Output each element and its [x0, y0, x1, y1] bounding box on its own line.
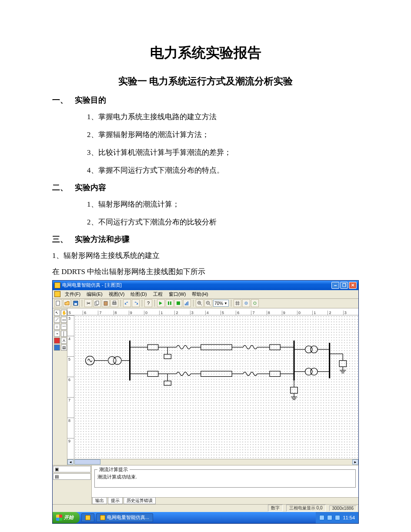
ruler-horizontal: 5678901234567890123	[67, 308, 358, 315]
tb-help-icon[interactable]: ?	[144, 299, 152, 307]
scroll-thumb[interactable]	[74, 459, 100, 465]
section-3-num: 三、	[52, 234, 75, 244]
tb-zoomin-icon[interactable]	[196, 299, 204, 307]
doc-title: 电力系统实验报告	[52, 43, 359, 63]
tool-hand-icon[interactable]: ✋	[61, 310, 67, 316]
output-message: 潮流计算成功结束.	[97, 474, 353, 480]
tool-paint-icon[interactable]: ▤	[61, 345, 67, 351]
quicklaunch-icon	[85, 515, 90, 520]
toolbar: ✂ ? 70%▼	[53, 299, 358, 308]
tb-cut-icon[interactable]: ✂	[84, 299, 92, 307]
bp-side-tab-2[interactable]: ▤	[53, 473, 91, 480]
tb-new-icon[interactable]	[54, 299, 62, 307]
output-tab-3[interactable]: 历史运算错误	[124, 497, 156, 504]
tool-palette: ↖ ✋ ／ ▭ ○ 〰 ⌁ │ A ▤	[53, 308, 67, 465]
tb-stop-icon[interactable]	[174, 299, 182, 307]
app-icon	[54, 282, 60, 288]
tb-gear-icon[interactable]	[242, 299, 250, 307]
menu-draw[interactable]: 绘图(D)	[128, 291, 149, 298]
tb-save-icon[interactable]	[72, 299, 80, 307]
s1-item-3: 3、比较计算机潮流计算与手算潮流的差异；	[87, 145, 359, 160]
window-close-button[interactable]: ✕	[349, 282, 357, 289]
menu-edit[interactable]: 编辑(E)	[84, 291, 105, 298]
tool-color-blue-icon[interactable]	[54, 345, 60, 351]
section-1-label: 实验目的	[75, 96, 106, 104]
tb-redo-icon[interactable]	[132, 299, 140, 307]
bp-side-tab-1[interactable]: ▣	[53, 466, 91, 472]
tb-pause-icon[interactable]	[166, 299, 174, 307]
section-1-heading: 一、实验目的	[52, 95, 359, 105]
svg-rect-12	[185, 304, 186, 305]
menu-window[interactable]: 窗口(W)	[166, 291, 189, 298]
taskbar-app-button[interactable]: 电网电量智能仿真...	[96, 513, 153, 522]
tool-circle-icon[interactable]: ○	[54, 324, 60, 330]
tray-icon-1[interactable]	[319, 515, 324, 520]
system-tray: 11:54	[316, 512, 358, 523]
output-tabs: 输出 提示 历史运算错误	[92, 497, 358, 504]
svg-rect-13	[186, 302, 187, 305]
tb-print-icon[interactable]	[110, 299, 118, 307]
svg-point-28	[114, 356, 121, 364]
tb-undo-icon[interactable]	[123, 299, 131, 307]
doc-mdi-icon	[54, 291, 60, 297]
quicklaunch-item[interactable]	[81, 513, 94, 522]
status-num-label: 数字	[268, 505, 283, 512]
tb-settings2-icon[interactable]	[251, 299, 259, 307]
svg-rect-40	[270, 345, 280, 350]
window-maximize-button[interactable]: ❐	[340, 282, 348, 289]
svg-rect-49	[201, 371, 232, 376]
svg-point-24	[254, 302, 256, 304]
tray-icon-2[interactable]	[327, 515, 332, 520]
svg-rect-52	[270, 371, 280, 376]
window-minimize-button[interactable]: ‒	[331, 282, 339, 289]
taskbar-app-icon	[100, 515, 105, 520]
start-button[interactable]: 开始	[53, 512, 80, 523]
tool-text-icon[interactable]: A	[61, 338, 67, 344]
svg-point-56	[311, 346, 317, 353]
section-3-label: 实验方法和步骤	[75, 235, 130, 244]
output-tab-2[interactable]: 提示	[108, 497, 123, 504]
zoom-value: 70%	[214, 301, 223, 306]
menu-view[interactable]: 视图(V)	[106, 291, 127, 298]
tb-open-icon[interactable]	[63, 299, 71, 307]
tool-line-icon[interactable]: ／	[54, 317, 60, 323]
menu-file[interactable]: 文件(F)	[62, 291, 83, 298]
tb-copy-icon[interactable]	[93, 299, 101, 307]
tool-symbol-icon[interactable]: ⌁	[54, 331, 60, 337]
scroll-right-icon[interactable]: ►	[352, 459, 358, 465]
svg-rect-11	[177, 301, 180, 305]
output-groupbox: 潮流计算提示 潮流计算成功结束.	[94, 466, 356, 488]
zoom-combobox[interactable]: 70%▼	[213, 300, 229, 307]
s1-item-4: 4、掌握不同运行方式下潮流分布的特点。	[87, 163, 359, 178]
window-title: 电网电量智能仿真 - [主图页]	[62, 282, 331, 288]
tray-icon-3[interactable]	[335, 515, 340, 520]
status-dimensions: 3000x1886	[329, 505, 357, 511]
menu-help[interactable]: 帮助(H)	[189, 291, 211, 298]
output-tab-1[interactable]: 输出	[92, 497, 107, 504]
power-diagram	[74, 315, 358, 459]
tool-pointer-icon[interactable]: ↖	[54, 310, 60, 316]
svg-point-23	[246, 303, 247, 304]
tb-chart-icon[interactable]	[183, 299, 191, 307]
tool-polyline-icon[interactable]: 〰	[61, 324, 67, 330]
svg-rect-47	[164, 381, 171, 385]
scroll-left-icon[interactable]: ◄	[67, 459, 74, 465]
tb-zoomout-icon[interactable]	[204, 299, 212, 307]
menu-project[interactable]: 工程	[150, 291, 165, 298]
s1-item-2: 2、掌握辐射形网络的潮流计算方法；	[87, 127, 359, 142]
s3-step-1: 1、辐射形网络主接线系统的建立	[52, 249, 359, 263]
tb-grid-icon[interactable]	[234, 299, 241, 307]
tb-paste-icon[interactable]	[102, 299, 110, 307]
window-titlebar: 电网电量智能仿真 - [主图页] ‒ ❐ ✕	[53, 281, 358, 290]
drawing-canvas[interactable]	[74, 315, 358, 459]
tool-rect-icon[interactable]: ▭	[61, 317, 67, 323]
windows-logo-icon	[56, 515, 62, 521]
horizontal-scrollbar[interactable]: ◄ ►	[67, 459, 358, 465]
tb-run-icon[interactable]	[157, 299, 165, 307]
tool-bus-icon[interactable]: │	[61, 331, 67, 337]
chevron-down-icon: ▼	[224, 301, 227, 305]
svg-rect-8	[113, 301, 116, 302]
tool-color-red-icon[interactable]	[54, 338, 60, 344]
s3-caption: 在 DDRTS 中绘出辐射形网络主接线图如下所示	[52, 265, 359, 279]
doc-subtitle: 实验一 电力系统运行方式及潮流分析实验	[52, 75, 359, 88]
